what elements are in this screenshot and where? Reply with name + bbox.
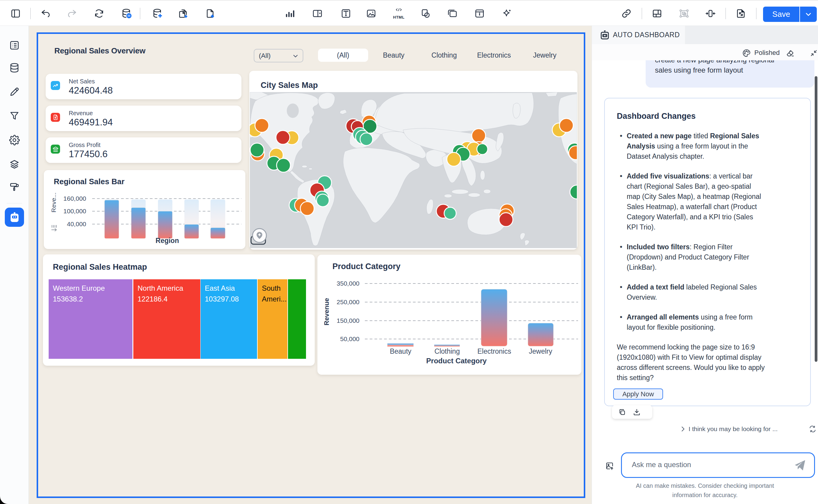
svg-text:Revenue: Revenue bbox=[323, 298, 330, 325]
svg-text:Clothing: Clothing bbox=[435, 347, 460, 355]
svg-text:250,000: 250,000 bbox=[337, 299, 359, 305]
svg-text:Reve...: Reve... bbox=[50, 193, 57, 213]
svg-text:Product Category: Product Category bbox=[426, 357, 487, 365]
svg-text:350,000: 350,000 bbox=[337, 280, 359, 287]
svg-text:Electronics: Electronics bbox=[477, 347, 511, 355]
svg-text:Regional Sales Bar: Regional Sales Bar bbox=[54, 177, 125, 186]
svg-text:150,000: 150,000 bbox=[337, 317, 359, 324]
svg-text:Jewelry: Jewelry bbox=[529, 347, 552, 355]
svg-text:40,000: 40,000 bbox=[67, 221, 86, 227]
svg-text:50,000: 50,000 bbox=[340, 335, 359, 342]
svg-text:160,000: 160,000 bbox=[63, 195, 86, 202]
svg-text:Beauty: Beauty bbox=[390, 347, 411, 355]
svg-text:100,000: 100,000 bbox=[63, 208, 86, 215]
svg-text:Region: Region bbox=[155, 237, 179, 245]
svg-text:Product Category: Product Category bbox=[332, 262, 401, 271]
